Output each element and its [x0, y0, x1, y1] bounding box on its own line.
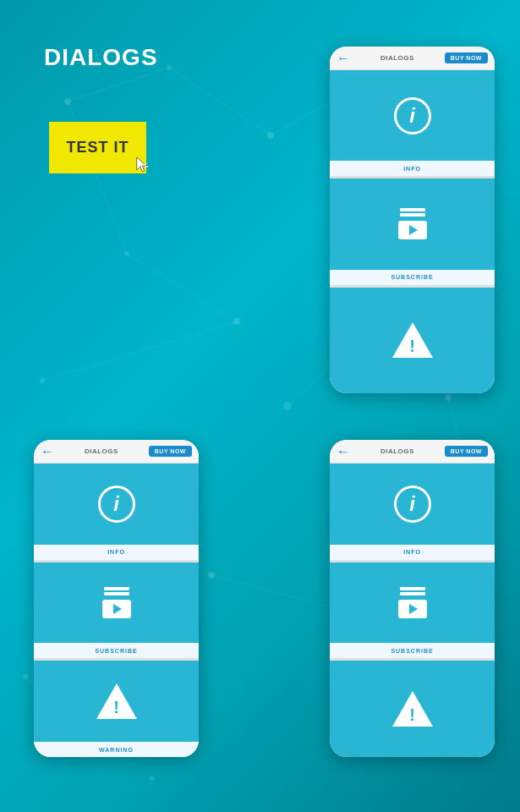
subscribe-lines-large — [400, 208, 425, 217]
back-arrow-br[interactable]: ← — [337, 444, 350, 459]
info-label-bl: INFO — [34, 545, 199, 560]
warning-icon-bl: ! — [96, 683, 137, 719]
phone-large: ← DIALOGS BUY NOW i INFO — [330, 47, 495, 393]
phone-large-content: i INFO SUBSCRIBE — [330, 70, 495, 393]
phone-bottom-right: ← DIALOGS BUY NOW i INFO — [330, 440, 495, 757]
buy-now-large[interactable]: BUY NOW — [445, 52, 488, 63]
phone-large-title: DIALOGS — [380, 54, 414, 62]
subscribe-icon-area-bl — [34, 562, 199, 644]
subscribe-line2 — [400, 213, 425, 217]
play-triangle-bl — [113, 604, 122, 614]
svg-line-23 — [127, 254, 237, 321]
subscribe-line2-br — [400, 592, 425, 595]
subscribe-icon-bl — [102, 587, 131, 618]
info-icon-area-br: i — [330, 464, 495, 545]
warning-icon-area-br: ! — [330, 661, 495, 757]
dialog-warning-br: ! — [330, 661, 495, 757]
warning-icon-area-bl: ! — [34, 661, 199, 742]
subscribe-line1-br — [400, 587, 425, 590]
warning-exclaim-bl: ! — [113, 699, 119, 716]
info-icon-br: i — [394, 486, 431, 523]
svg-line-19 — [169, 68, 271, 135]
phone-bottom-right-content: i INFO SUBSCRIBE — [330, 464, 495, 757]
page-title: DIALOGS — [44, 44, 158, 71]
buy-now-bl[interactable]: BUY NOW — [149, 446, 192, 457]
subscribe-play-box-br — [398, 600, 427, 618]
subscribe-line1 — [400, 208, 425, 211]
warning-exclaim-large: ! — [409, 337, 415, 354]
warning-label-bl: WARNING — [34, 742, 199, 757]
phone-bottom-left: ← DIALOGS BUY NOW i INFO — [34, 440, 199, 757]
phone-bottom-right-header: ← DIALOGS BUY NOW — [330, 440, 495, 464]
subscribe-label-br: SUBSCRIBE — [330, 643, 495, 658]
svg-line-24 — [42, 321, 237, 381]
phone-bottom-left-content: i INFO SUBSCRIBE — [34, 464, 199, 757]
info-icon-area-large: i — [330, 70, 495, 161]
back-arrow-bl[interactable]: ← — [41, 444, 54, 459]
subscribe-icon-br — [398, 587, 427, 618]
svg-line-18 — [68, 68, 169, 102]
subscribe-lines-bl — [104, 587, 129, 595]
phone-large-header: ← DIALOGS BUY NOW — [330, 47, 495, 70]
info-icon-bl: i — [98, 486, 135, 523]
phone-bottom-right-title: DIALOGS — [380, 447, 414, 455]
dialog-info-br: i INFO — [330, 464, 495, 560]
svg-line-29 — [211, 575, 338, 609]
buy-now-br[interactable]: BUY NOW — [445, 446, 488, 457]
warning-icon-large: ! — [392, 322, 433, 358]
warning-icon-area-large: ! — [330, 288, 495, 393]
phone-bottom-left-title: DIALOGS — [85, 447, 118, 455]
dialog-info-large: i INFO — [330, 70, 495, 176]
info-icon-area-bl: i — [34, 464, 199, 545]
warning-icon-br: ! — [392, 691, 433, 727]
dialog-subscribe-large: SUBSCRIBE — [330, 178, 495, 284]
dialog-info-bl: i INFO — [34, 464, 199, 560]
subscribe-play-box-large — [398, 221, 427, 239]
play-triangle-large — [409, 225, 418, 235]
play-triangle-br — [409, 604, 418, 614]
back-arrow-large[interactable]: ← — [337, 51, 350, 66]
dialog-warning-bl: ! WARNING — [34, 661, 199, 757]
subscribe-lines-br — [400, 587, 425, 595]
dialog-subscribe-br: SUBSCRIBE — [330, 562, 495, 659]
dialog-warning-large: ! — [330, 288, 495, 393]
subscribe-icon-large — [398, 208, 427, 239]
phone-bottom-left-header: ← DIALOGS BUY NOW — [34, 440, 199, 464]
info-label-br: INFO — [330, 545, 495, 560]
subscribe-line1-bl — [104, 587, 129, 590]
subscribe-label-large: SUBSCRIBE — [330, 270, 495, 285]
subscribe-line2-bl — [104, 592, 129, 595]
info-label-large: INFO — [330, 161, 495, 176]
warning-exclaim-br: ! — [409, 706, 415, 723]
subscribe-play-box-bl — [102, 600, 131, 618]
subscribe-icon-area-br — [330, 562, 495, 644]
subscribe-icon-area-large — [330, 178, 495, 269]
dialog-subscribe-bl: SUBSCRIBE — [34, 562, 199, 659]
info-icon-large: i — [394, 97, 431, 134]
subscribe-label-bl: SUBSCRIBE — [34, 643, 199, 658]
test-it-button[interactable]: TEST IT — [49, 122, 146, 173]
